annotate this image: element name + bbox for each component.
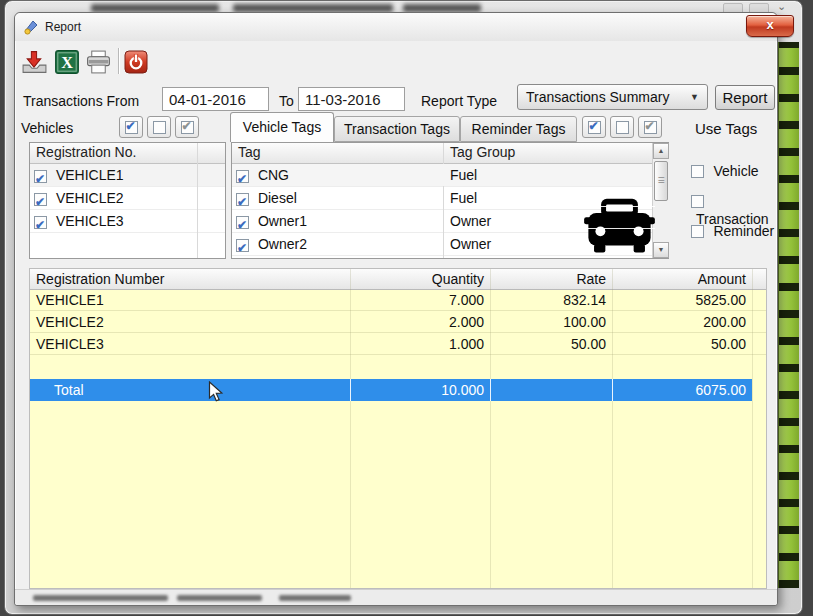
report-type-label: Report Type [421,93,497,109]
tab-reminder-tags[interactable]: Reminder Tags [460,116,577,142]
tag-group: Fuel [450,187,477,209]
total-label: Total [54,379,84,401]
tag-group-column-header: Tag Group [450,143,515,162]
tag-row[interactable]: CNG Fuel [232,164,668,186]
blurred-parent-title [403,4,481,12]
report-type-select[interactable]: Transactions Summary ▼ [517,84,708,110]
table-row[interactable]: VEHICLE1 7.000 832.14 5825.00 [30,289,766,311]
tag-checkbox[interactable] [236,170,249,183]
results-header-row: Registration Number Quantity Rate Amount [30,269,766,290]
vehicle-name: VEHICLE2 [56,190,124,206]
column-header-amount: Amount [612,269,746,290]
transaction-tags-checkbox[interactable] [691,195,704,208]
total-row[interactable]: Total 10.000 6075.00 [30,379,752,401]
row-divider [232,255,668,256]
row-divider [30,232,225,233]
cell-rate: 832.14 [490,289,606,311]
report-type-value: Transactions Summary [526,89,669,105]
column-header-registration: Registration Number [36,269,164,290]
use-tags-vehicle-option[interactable]: Vehicle [691,162,759,180]
cell-rate: 100.00 [490,311,606,333]
vehicles-label: Vehicles [21,120,73,136]
exit-button[interactable] [123,49,149,75]
vehicle-name: VEHICLE1 [56,167,124,183]
vehicle-row[interactable]: VEHICLE3 [30,210,225,232]
report-results-table: Registration Number Quantity Rate Amount… [29,268,767,589]
tag-group: Owner [450,233,491,255]
blurred-parent-title [233,4,393,12]
cell-amount: 5825.00 [612,289,746,311]
vehicle-checkbox[interactable] [34,170,47,183]
cell-quantity: 1.000 [350,333,484,355]
cell-quantity: 7.000 [350,289,484,311]
tags-select-all-button[interactable] [582,116,606,138]
toolbar-separator [118,48,120,74]
power-icon [124,50,148,74]
vehicles-invert-selection-button[interactable] [175,116,199,138]
vehicle-checkbox[interactable] [34,193,47,206]
transactions-from-label: Transactions From [23,93,139,109]
tags-invert-selection-button[interactable] [638,116,662,138]
checked-checkbox-icon [588,121,601,134]
blurred-status-text [279,595,351,601]
cell-registration: VEHICLE1 [36,289,104,311]
vehicles-clear-all-button[interactable] [147,116,171,138]
tag-name: Owner2 [258,236,307,252]
to-label: To [279,93,294,109]
tag-column-header: Tag [238,143,261,162]
print-icon [85,49,112,75]
checked-checkbox-icon [125,121,138,134]
tristate-checkbox-icon [181,121,194,134]
date-to-input[interactable] [298,87,405,111]
scroll-up-icon[interactable]: ▲ [653,143,669,159]
total-quantity: 10.000 [350,379,484,401]
export-report-button[interactable] [20,47,50,76]
table-row[interactable]: VEHICLE3 1.000 50.00 50.00 [30,333,766,355]
vehicles-select-all-button[interactable] [119,116,143,138]
parent-content-strip [778,42,799,588]
vehicle-checkbox[interactable] [34,216,47,229]
vehicles-list-header: Registration No. [30,143,225,164]
tag-group: Owner [450,210,491,232]
tag-checkbox[interactable] [236,193,249,206]
tag-checkbox[interactable] [236,216,249,229]
cell-quantity: 2.000 [350,311,484,333]
dialog-titlebar[interactable]: Report [15,13,777,41]
tag-name: Owner1 [258,213,307,229]
vehicle-tags-checkbox[interactable] [691,165,704,178]
column-divider [197,143,198,258]
tag-name: Diesel [258,190,297,206]
export-excel-icon: X [54,49,80,75]
use-tags-label: Use Tags [695,120,757,137]
option-label: Vehicle [713,163,758,179]
scrollbar-thumb[interactable]: ☰ [654,161,668,201]
vehicle-row[interactable]: VEHICLE1 [30,164,225,186]
report-button[interactable]: Report [715,85,775,110]
print-button[interactable] [84,47,114,76]
vehicle-name: VEHICLE3 [56,213,124,229]
use-tags-reminder-option[interactable]: Reminder [691,222,774,240]
reminder-tags-checkbox[interactable] [691,225,704,238]
tags-clear-all-button[interactable] [610,116,634,138]
cell-rate: 50.00 [490,333,606,355]
tab-transaction-tags[interactable]: Transaction Tags [334,116,460,142]
grid-line-overlay [584,228,655,229]
close-button[interactable]: x [746,15,794,37]
car-icon [584,196,655,254]
date-from-input[interactable] [162,87,269,111]
table-row[interactable]: VEHICLE2 2.000 100.00 200.00 [30,311,766,333]
vehicle-row[interactable]: VEHICLE2 [30,187,225,209]
tab-vehicle-tags[interactable]: Vehicle Tags [230,112,334,142]
cell-amount: 200.00 [612,311,746,333]
vehicles-list: Registration No. VEHICLE1 VEHICLE2 VEHIC… [29,142,226,259]
tag-name: CNG [258,167,289,183]
column-divider [612,379,613,401]
dialog-title: Report [45,13,81,41]
tristate-checkbox-icon [644,121,657,134]
chevron-down-icon: ⌄ [777,1,786,11]
mouse-cursor [208,381,224,403]
column-header-rate: Rate [490,269,606,290]
export-excel-button[interactable]: X [52,47,82,76]
scroll-down-icon[interactable]: ▼ [653,242,669,258]
tag-checkbox[interactable] [236,239,249,252]
